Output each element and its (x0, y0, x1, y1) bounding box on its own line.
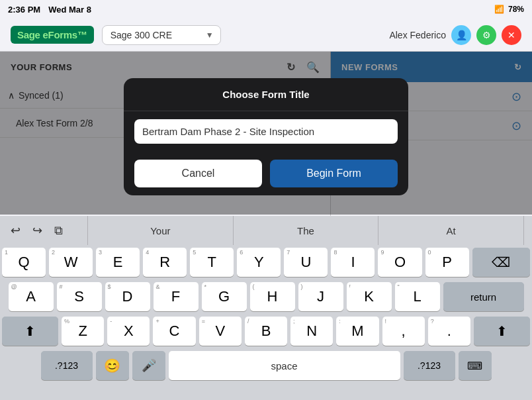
app-header: Sage eForms™ Sage 300 CRE ▼ Alex Federic… (0, 19, 532, 52)
paste-button[interactable]: ⧉ (49, 220, 68, 242)
keyboard-row-4: .?123 😊 🎤 space .?123 ⌨ (2, 351, 530, 380)
redo-button[interactable]: ↪ (27, 219, 48, 242)
key-e[interactable]: 3E (96, 248, 140, 277)
key-a[interactable]: @A (9, 282, 54, 311)
time-display: 2:36 PM (8, 5, 40, 15)
key-p[interactable]: 0P (425, 248, 469, 277)
keyboard-rows: 1Q 2W 3E 4R 5T 6Y 7U 8I 9O 0P ⌫ @A #S $D… (0, 245, 532, 387)
suggestion-3[interactable]: At (378, 216, 523, 245)
key-y[interactable]: 6Y (237, 248, 281, 277)
settings-icon[interactable]: ⚙ (476, 25, 496, 45)
key-m[interactable]: :M (336, 317, 378, 346)
key-v[interactable]: =V (199, 317, 242, 346)
modal-buttons: Cancel Begin Form (124, 152, 408, 195)
keyboard-hide-key[interactable]: ⌨ (459, 351, 492, 380)
key-z[interactable]: %Z (62, 317, 104, 346)
status-bar-right: 📶 78% (494, 5, 524, 14)
user-section: Alex Federico 👤 ⚙ ✕ (389, 25, 521, 45)
key-c[interactable]: +C (153, 317, 195, 346)
space-bar[interactable]: space (169, 351, 400, 380)
key-x[interactable]: -X (107, 317, 150, 346)
keyboard-toolbar: ↩ ↪ ⧉ Your The At (0, 216, 532, 245)
key-q[interactable]: 1Q (2, 248, 46, 277)
key-j[interactable]: )J (298, 282, 343, 311)
backspace-key[interactable]: ⌫ (472, 248, 530, 277)
product-dropdown[interactable]: Sage 300 CRE ▼ (102, 25, 221, 45)
key-i[interactable]: 8I (331, 248, 375, 277)
cancel-button[interactable]: Cancel (134, 160, 262, 187)
modal-overlay: Choose Form Title Cancel Begin Form (0, 52, 532, 215)
key-t[interactable]: 5T (190, 248, 234, 277)
key-w[interactable]: 2W (49, 248, 93, 277)
key-n[interactable]: ;N (290, 317, 333, 346)
key-period[interactable]: ?. (428, 317, 470, 346)
key-u[interactable]: 7U (284, 248, 328, 277)
key-b[interactable]: /B (245, 317, 287, 346)
key-h[interactable]: (H (250, 282, 295, 311)
key-o[interactable]: 9O (378, 248, 421, 277)
user-name: Alex Federico (389, 30, 446, 40)
emoji-key[interactable]: 😊 (96, 351, 129, 380)
keyboard-area: ↩ ↪ ⧉ Your The At 1Q 2W 3E 4R 5T 6Y 7U (0, 216, 532, 400)
modal-title: Choose Form Title (124, 78, 408, 111)
modal-input-row (124, 111, 408, 152)
keyboard-row-2: @A #S $D &F *G (H )J rK "L return (2, 282, 530, 311)
shift-right-key[interactable]: ⬆ (474, 317, 530, 346)
keyboard-row-1: 1Q 2W 3E 4R 5T 6Y 7U 8I 9O 0P ⌫ (2, 248, 530, 277)
key-l[interactable]: "L (395, 282, 440, 311)
key-d[interactable]: $D (105, 282, 150, 311)
status-bar-left: 2:36 PM Wed Mar 8 (8, 5, 91, 15)
return-key[interactable]: return (443, 282, 524, 311)
mic-key[interactable]: 🎤 (132, 351, 165, 380)
num-sym-right-key[interactable]: .?123 (404, 351, 455, 380)
begin-form-button[interactable]: Begin Form (270, 160, 398, 187)
suggestion-2[interactable]: The (234, 216, 379, 245)
suggestion-1[interactable]: Your (88, 216, 234, 245)
battery-display: 78% (508, 5, 524, 14)
user-icon[interactable]: 👤 (451, 25, 471, 45)
key-r[interactable]: 4R (143, 248, 187, 277)
key-comma[interactable]: !, (382, 317, 425, 346)
brand-name: eForms™ (43, 29, 87, 40)
form-title-input[interactable] (134, 119, 398, 144)
keyboard-row-3: ⬆ %Z -X +C =V /B ;N :M !, ?. ⬆ (2, 317, 530, 346)
key-f[interactable]: &F (154, 282, 199, 311)
wifi-icon: 📶 (494, 5, 504, 14)
date-display: Wed Mar 8 (48, 5, 91, 15)
dropdown-value: Sage 300 CRE (111, 30, 172, 40)
chevron-down-icon: ▼ (206, 30, 214, 40)
brand-accent: Sage (17, 29, 40, 40)
key-k[interactable]: rK (347, 282, 392, 311)
modal-box: Choose Form Title Cancel Begin Form (124, 78, 408, 195)
key-s[interactable]: #S (57, 282, 102, 311)
num-sym-left-key[interactable]: .?123 (41, 351, 93, 380)
keyboard-toolbar-left: ↩ ↪ ⧉ (5, 219, 85, 242)
brand-logo: Sage eForms™ (11, 26, 94, 44)
undo-button[interactable]: ↩ (5, 219, 26, 242)
shift-left-key[interactable]: ⬆ (2, 317, 58, 346)
keyboard-suggestions: Your The At (87, 216, 524, 245)
close-icon[interactable]: ✕ (502, 25, 521, 45)
key-g[interactable]: *G (202, 282, 247, 311)
status-bar: 2:36 PM Wed Mar 8 📶 78% (0, 0, 532, 19)
